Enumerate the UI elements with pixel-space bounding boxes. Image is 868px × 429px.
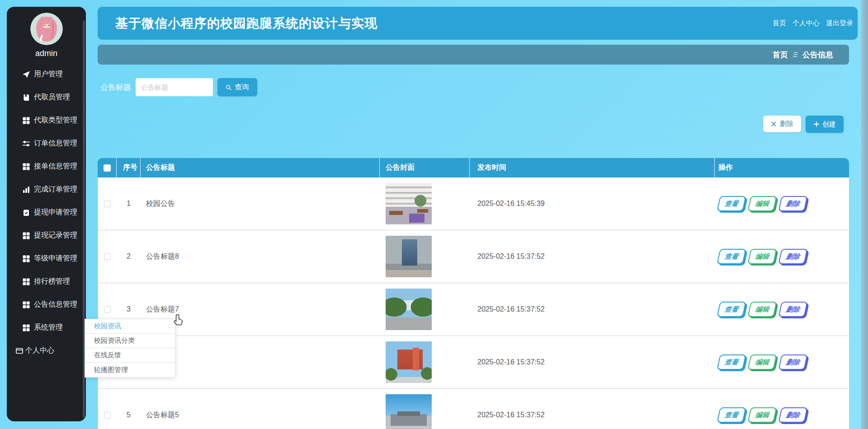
sidebar-menu: 用户管理代取员管理代取类型管理订单信息管理接单信息管理完成订单管理提现申请管理提… (7, 63, 86, 362)
sidebar-item-completed-orders[interactable]: 完成订单管理 (7, 178, 86, 201)
row-title: 校园公告 (141, 199, 380, 209)
query-button-label: 查询 (235, 83, 249, 92)
query-button[interactable]: 查询 (217, 78, 257, 96)
book-icon (22, 93, 30, 102)
submenu-item-campus-news[interactable]: 校园资讯 (85, 319, 175, 334)
sidebar-item-leaderboard[interactable]: 排行榜管理 (7, 270, 86, 293)
avatar (30, 13, 63, 45)
sidebar-item-label: 公告信息管理 (34, 300, 77, 309)
breadcrumb-current: 公告信息 (802, 50, 833, 60)
sidebar-item-label: 个人中心 (25, 346, 54, 355)
breadcrumb-separator-icon (792, 51, 799, 58)
row-publish-time: 2025-02-16 15:37:52 (470, 305, 715, 313)
x-icon (771, 121, 777, 127)
submenu-item-campus-news-category[interactable]: 校园资讯分类 (85, 334, 175, 348)
view-button[interactable]: 查看 (717, 196, 746, 211)
topbar: 基于微信小程序的校园跑腿系统的设计与实现 首页个人中心退出登录 (98, 7, 858, 40)
table-row: 2025-02-16 15:37:52 查看编辑删除 (98, 336, 849, 389)
sidebar-item-label: 提现记录管理 (34, 231, 77, 240)
breadcrumb-home[interactable]: 首页 (773, 50, 788, 60)
submenu-item-carousel[interactable]: 轮播图管理 (85, 363, 175, 377)
view-button[interactable]: 查看 (717, 407, 746, 423)
delete-button[interactable]: 删除 (778, 196, 807, 211)
window-icon (15, 347, 24, 355)
row-actions: 查看编辑删除 (715, 407, 849, 423)
grid-icon (22, 301, 30, 309)
row-title: 公告标题8 (141, 252, 380, 261)
search-bar: 公告标题 查询 (100, 78, 257, 96)
row-checkbox[interactable] (104, 201, 111, 207)
sidebar-item-label: 系统管理 (34, 323, 63, 332)
sidebar-item-pickup-types[interactable]: 代取类型管理 (7, 109, 86, 132)
clipboard-check-icon (22, 209, 30, 217)
create-button[interactable]: 创建 (806, 116, 844, 133)
view-button[interactable]: 查看 (717, 302, 746, 317)
topnav: 首页个人中心退出登录 (773, 19, 858, 28)
search-input[interactable] (136, 78, 213, 96)
view-button[interactable]: 查看 (717, 354, 746, 370)
table-row: 2 公告标题8 2025-02-16 15:37:52 查看编辑删除 (98, 230, 849, 283)
header-cell-no: 序号 (116, 158, 140, 177)
grid-icon (22, 324, 30, 332)
sidebar-item-announcements[interactable]: 公告信息管理 (7, 293, 86, 316)
announcement-cover-image (386, 183, 432, 224)
header-cell-cover: 公告封面 (379, 158, 469, 177)
sidebar-item-personal-center[interactable]: 个人中心 (7, 339, 86, 362)
row-checkbox[interactable] (104, 412, 111, 419)
grid-icon (22, 255, 30, 263)
grid-icon (22, 232, 30, 240)
view-button[interactable]: 查看 (717, 249, 746, 264)
row-actions: 查看编辑删除 (715, 196, 849, 211)
table-row: 3 公告标题7 2025-02-16 15:37:52 查看编辑删除 (98, 283, 849, 336)
page-scrollbar[interactable] (861, 0, 868, 429)
row-publish-time: 2025-02-16 15:37:52 (470, 358, 715, 366)
table-row: 5 公告标题5 2025-02-16 15:37:52 查看编辑删除 (98, 389, 849, 429)
sidebar-item-couriers[interactable]: 代取员管理 (7, 86, 86, 109)
breadcrumb: 首页 公告信息 (98, 45, 849, 65)
row-title: 公告标题7 (141, 305, 380, 314)
create-button-label: 创建 (822, 120, 836, 129)
topnav-link-home[interactable]: 首页 (773, 19, 786, 28)
sidebar-item-order-taking[interactable]: 接单信息管理 (7, 155, 86, 178)
topnav-link-personal-center[interactable]: 个人中心 (793, 19, 820, 28)
submenu-item-online-feedback[interactable]: 在线反馈 (85, 348, 175, 363)
edit-button[interactable]: 编辑 (747, 354, 777, 370)
edit-button[interactable]: 编辑 (747, 196, 777, 211)
announcement-cover-image (386, 394, 432, 429)
username: admin (7, 49, 86, 58)
announcement-table: 序号 公告标题 公告封面 发布时间 操作 1 校园公告 2025-02-16 1… (98, 158, 849, 429)
delete-button[interactable]: 删除 (778, 249, 807, 264)
edit-button[interactable]: 编辑 (747, 302, 777, 317)
row-checkbox[interactable] (104, 253, 111, 260)
search-icon (226, 84, 232, 90)
delete-button[interactable]: 删除 (778, 407, 807, 423)
row-checkbox[interactable] (104, 306, 111, 313)
sidebar-item-level-requests[interactable]: 等级申请管理 (7, 247, 86, 270)
delete-button[interactable]: 删除 (763, 116, 801, 132)
search-label: 公告标题 (100, 82, 131, 93)
sidebar-item-withdraw-records[interactable]: 提现记录管理 (7, 224, 86, 247)
delete-button[interactable]: 删除 (778, 302, 807, 317)
topnav-link-logout[interactable]: 退出登录 (826, 19, 853, 28)
sidebar-item-label: 用户管理 (34, 70, 63, 79)
edit-button[interactable]: 编辑 (747, 407, 777, 423)
sidebar-item-label: 等级申请管理 (34, 254, 77, 263)
header-cell-ops: 操作 (714, 158, 849, 177)
delete-button-label: 删除 (780, 120, 793, 128)
sidebar-item-withdraw-requests[interactable]: 提现申请管理 (7, 201, 86, 224)
sidebar-item-users[interactable]: 用户管理 (7, 63, 86, 86)
sidebar-item-label: 接单信息管理 (34, 162, 77, 171)
table-row: 1 校园公告 2025-02-16 15:45:39 查看编辑删除 (98, 177, 849, 230)
sidebar-item-label: 代取类型管理 (34, 116, 77, 125)
delete-button[interactable]: 删除 (778, 354, 807, 370)
row-actions: 查看编辑删除 (715, 249, 849, 264)
sidebar-item-system[interactable]: 系统管理 (7, 316, 86, 339)
edit-button[interactable]: 编辑 (747, 249, 777, 264)
announcement-cover-image (386, 341, 432, 383)
select-all-checkbox[interactable] (104, 164, 111, 172)
announcement-cover-image (386, 236, 432, 277)
plus-icon (813, 121, 820, 127)
sidebar-item-orders[interactable]: 订单信息管理 (7, 132, 86, 155)
system-submenu: 校园资讯校园资讯分类在线反馈轮播图管理 (85, 319, 175, 378)
sidebar-item-label: 提现申请管理 (34, 208, 77, 217)
